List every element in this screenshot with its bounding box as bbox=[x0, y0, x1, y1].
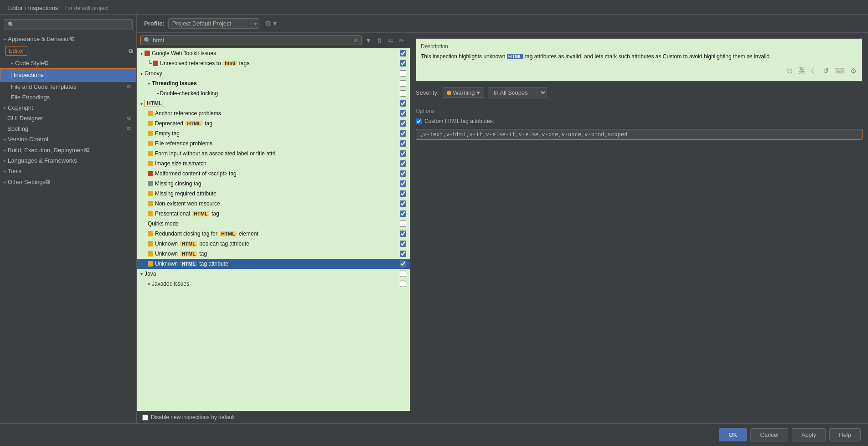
item-checkbox[interactable] bbox=[400, 231, 406, 237]
item-checkbox[interactable] bbox=[400, 220, 406, 227]
sidebar-item-inspections[interactable]: Inspections bbox=[0, 68, 136, 82]
sidebar-item-copyright[interactable]: ▸ Copyright bbox=[0, 103, 136, 113]
icon-btn-3[interactable]: ☾ bbox=[810, 65, 818, 77]
sidebar-item-tools[interactable]: ▸ Tools bbox=[0, 166, 136, 176]
expand-all-button[interactable]: ⇅ bbox=[375, 36, 384, 45]
item-checkbox[interactable] bbox=[400, 241, 406, 247]
item-checkbox[interactable] bbox=[400, 100, 406, 107]
tree-item-label: Redundant closing tag for HTML element bbox=[155, 231, 258, 237]
custom-tags-input[interactable] bbox=[416, 129, 863, 140]
tree-item[interactable]: ▾ Google Web Toolkit issues bbox=[137, 48, 410, 58]
severity-select[interactable]: Warning ▾ bbox=[443, 87, 484, 98]
sidebar-item-file-encodings[interactable]: File Encodings bbox=[0, 92, 136, 103]
search-input[interactable] bbox=[153, 37, 353, 44]
item-checkbox[interactable] bbox=[400, 120, 406, 127]
tree-item[interactable]: Missing required attribute bbox=[137, 189, 410, 199]
item-checkbox[interactable] bbox=[400, 271, 406, 277]
copy-icon: ⧉ bbox=[127, 84, 131, 90]
tree-item[interactable]: Non-existent web resource bbox=[137, 199, 410, 209]
search-clear-icon[interactable]: ✕ bbox=[353, 37, 358, 44]
sidebar-search-input[interactable] bbox=[4, 19, 133, 30]
sidebar-item-languages[interactable]: ▸ Languages & Frameworks bbox=[0, 155, 136, 166]
tree-item[interactable]: Quirks mode bbox=[137, 219, 410, 229]
sidebar-item-label: Other Settings bbox=[8, 179, 46, 185]
item-checkbox[interactable] bbox=[400, 200, 406, 207]
item-checkbox[interactable] bbox=[400, 50, 406, 56]
dialog-footer: OK Cancel Apply Help bbox=[0, 423, 868, 446]
tree-item[interactable]: ▾ Threading issues bbox=[137, 78, 410, 88]
sidebar-item-editor[interactable]: Editor ⧉ bbox=[0, 44, 136, 57]
copy-icon: ⧉ bbox=[127, 126, 131, 132]
tree-item-label: Missing required attribute bbox=[155, 190, 217, 197]
tree-item[interactable]: Deprecated HTML tag bbox=[137, 118, 410, 128]
tree-item[interactable]: ▾ Java bbox=[137, 269, 410, 279]
collapse-icon: ▾ bbox=[140, 51, 143, 56]
item-checkbox[interactable] bbox=[400, 60, 406, 67]
item-checkbox[interactable] bbox=[400, 281, 406, 287]
tree-item-selected[interactable]: Unknown HTML tag attribute bbox=[137, 259, 410, 269]
sidebar-item-gui[interactable]: GUI Designer ⧉ bbox=[0, 113, 136, 123]
edit-button[interactable]: ✏ bbox=[397, 36, 406, 45]
tree-item[interactable]: Image size mismatch bbox=[137, 159, 410, 169]
apply-button[interactable]: Apply bbox=[792, 428, 826, 441]
item-checkbox[interactable] bbox=[400, 110, 406, 117]
icon-btn-2[interactable]: 英 bbox=[797, 65, 806, 77]
item-checkbox[interactable] bbox=[400, 210, 406, 217]
icon-btn-1[interactable]: ⊙ bbox=[786, 65, 794, 77]
icon-btn-6[interactable]: ⚙ bbox=[849, 65, 858, 77]
scope-select[interactable]: In All Scopes bbox=[488, 87, 547, 98]
sidebar-item-code-style[interactable]: ▸ Code Style ⧉ bbox=[0, 57, 136, 68]
item-checkbox[interactable] bbox=[400, 130, 406, 137]
item-checkbox[interactable] bbox=[400, 140, 406, 147]
tree-item-html-group[interactable]: ▾ HTML bbox=[137, 98, 410, 108]
item-checkbox[interactable] bbox=[400, 80, 406, 87]
filter-button[interactable]: ▼ bbox=[363, 36, 373, 45]
ok-button[interactable]: OK bbox=[719, 428, 747, 441]
icon-btn-5[interactable]: ⌨ bbox=[833, 65, 846, 77]
custom-html-checkbox[interactable] bbox=[416, 118, 422, 124]
tree-item-label: Javadoc issues bbox=[152, 281, 189, 287]
item-checkbox[interactable] bbox=[400, 251, 406, 257]
tree-item[interactable]: └ Double-checked locking bbox=[137, 88, 410, 98]
item-checkbox[interactable] bbox=[400, 261, 406, 267]
item-checkbox[interactable] bbox=[400, 150, 406, 157]
tree-item[interactable]: Form input without an associated label o… bbox=[137, 149, 410, 159]
tree-item[interactable]: Redundant closing tag for HTML element bbox=[137, 229, 410, 239]
tree-item-label: Google Web Toolkit issues bbox=[152, 50, 216, 56]
item-checkbox[interactable] bbox=[400, 90, 406, 97]
tree-item[interactable]: File reference problems bbox=[137, 138, 410, 149]
item-checkbox[interactable] bbox=[400, 70, 406, 77]
item-checkbox[interactable] bbox=[400, 180, 406, 187]
tree-item[interactable]: Anchor reference problems bbox=[137, 108, 410, 118]
description-section: Description This inspection highlights u… bbox=[416, 38, 863, 82]
sidebar-item-vcs[interactable]: ▸ Version Control bbox=[0, 134, 136, 144]
inspections-dialog: Editor › Inspections For default project… bbox=[0, 0, 868, 446]
help-button[interactable]: Help bbox=[829, 428, 861, 441]
tree-item-label: Unknown HTML tag attribute bbox=[155, 261, 228, 267]
tree-item[interactable]: └ Unresolved references to html tags bbox=[137, 58, 410, 68]
sidebar-item-spelling[interactable]: Spelling ⧉ bbox=[0, 123, 136, 134]
copy-icon: ⧉ bbox=[127, 115, 131, 121]
icon-btn-4[interactable]: ↺ bbox=[822, 65, 830, 77]
tree-item[interactable]: Empty tag bbox=[137, 128, 410, 138]
item-checkbox[interactable] bbox=[400, 190, 406, 197]
item-checkbox[interactable] bbox=[400, 170, 406, 177]
severity-indicator bbox=[148, 171, 153, 176]
tree-item[interactable]: Presentational HTML tag bbox=[137, 209, 410, 219]
collapse-all-button[interactable]: ⇆ bbox=[386, 36, 395, 45]
disable-inspections-checkbox[interactable] bbox=[142, 415, 148, 420]
sidebar-item-appearance[interactable]: ▸ Appearance & Behavior ⧉ bbox=[0, 33, 136, 44]
tree-item[interactable]: ▾ Javadoc issues bbox=[137, 279, 410, 289]
tree-item[interactable]: Missing closing tag bbox=[137, 179, 410, 189]
tree-item[interactable]: Unknown HTML tag bbox=[137, 249, 410, 259]
tree-item[interactable]: Malformed content of <script> tag bbox=[137, 169, 410, 179]
profile-gear-button[interactable]: ⚙ ▾ bbox=[263, 18, 279, 29]
tree-item[interactable]: Unknown HTML boolean tag attribute bbox=[137, 239, 410, 249]
tree-item[interactable]: ▾ Groovy bbox=[137, 68, 410, 78]
sidebar-item-build[interactable]: ▸ Build, Execution, Deployment ⧉ bbox=[0, 144, 136, 155]
item-checkbox[interactable] bbox=[400, 160, 406, 167]
sidebar-item-other[interactable]: ▸ Other Settings ⧉ bbox=[0, 176, 136, 187]
sidebar-item-file-templates[interactable]: File and Code Templates ⧉ bbox=[0, 82, 136, 92]
profile-select[interactable]: Project Default Project bbox=[168, 18, 259, 29]
cancel-button[interactable]: Cancel bbox=[750, 428, 788, 441]
